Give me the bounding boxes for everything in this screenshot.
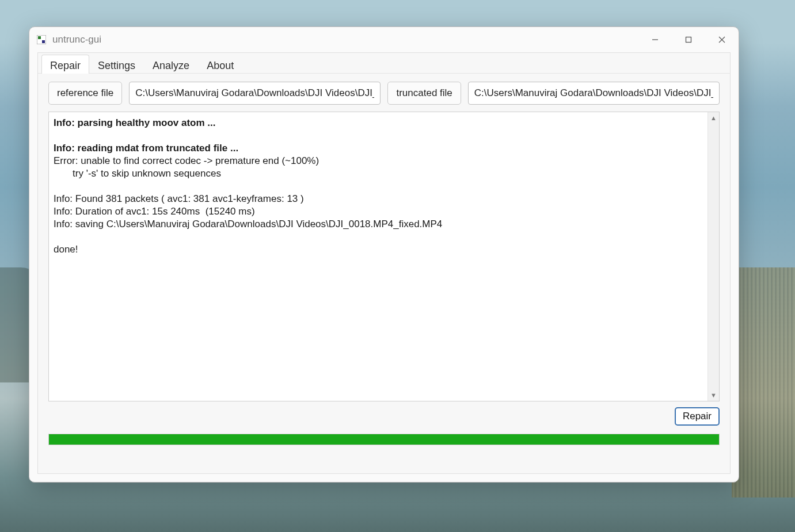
svg-rect-1 (38, 36, 41, 39)
tab-repair[interactable]: Repair (41, 55, 89, 74)
log-line: Info: Found 381 packets ( avc1: 381 avc1… (54, 193, 702, 205)
action-row: Repair (38, 401, 730, 426)
log-line: Info: reading mdat from truncated file .… (54, 142, 702, 155)
minimize-button[interactable] (638, 28, 672, 51)
log-scrollbar[interactable]: ▲ ▼ (707, 112, 719, 401)
wallpaper-grass (732, 267, 795, 497)
close-button[interactable] (705, 28, 739, 51)
log-line: Info: Duration of avc1: 15s 240ms (15240… (54, 205, 702, 218)
svg-rect-2 (42, 40, 45, 43)
log-line: Info: parsing healthy moov atom ... (54, 117, 702, 129)
tab-settings[interactable]: Settings (89, 55, 144, 74)
log-output[interactable]: Info: parsing healthy moov atom ... Info… (49, 112, 707, 401)
svg-rect-4 (686, 37, 691, 43)
maximize-button[interactable] (672, 28, 705, 51)
log-line (54, 231, 702, 243)
truncated-file-button[interactable]: truncated file (387, 82, 461, 105)
log-line: Error: unable to find correct codec -> p… (54, 155, 702, 167)
window-title: untrunc-gui (52, 34, 101, 45)
tab-analyze[interactable]: Analyze (144, 55, 198, 74)
progress-bar (48, 434, 720, 445)
progress-fill (49, 434, 719, 445)
app-icon (36, 35, 47, 45)
log-line: try '-s' to skip unknown sequences (54, 167, 702, 180)
truncated-file-input[interactable] (468, 82, 720, 105)
log-line: Info: saving C:\Users\Manuviraj Godara\D… (54, 218, 702, 231)
tab-bar: Repair Settings Analyze About (38, 54, 730, 74)
window-controls (638, 28, 739, 51)
reference-file-button[interactable]: reference file (48, 82, 122, 105)
app-window: untrunc-gui Repair Settings Analyze Abou… (29, 26, 739, 483)
client-area: Repair Settings Analyze About reference … (37, 52, 731, 474)
repair-button[interactable]: Repair (675, 407, 720, 426)
titlebar[interactable]: untrunc-gui (29, 27, 739, 52)
log-line: done! (54, 243, 702, 256)
reference-file-input[interactable] (129, 82, 381, 105)
file-row: reference file truncated file (38, 74, 730, 109)
tab-about[interactable]: About (198, 55, 242, 74)
log-line (54, 129, 702, 142)
log-line (54, 180, 702, 193)
scroll-up-icon[interactable]: ▲ (708, 112, 719, 124)
log-panel: Info: parsing healthy moov atom ... Info… (48, 112, 720, 401)
scroll-down-icon[interactable]: ▼ (708, 389, 719, 401)
